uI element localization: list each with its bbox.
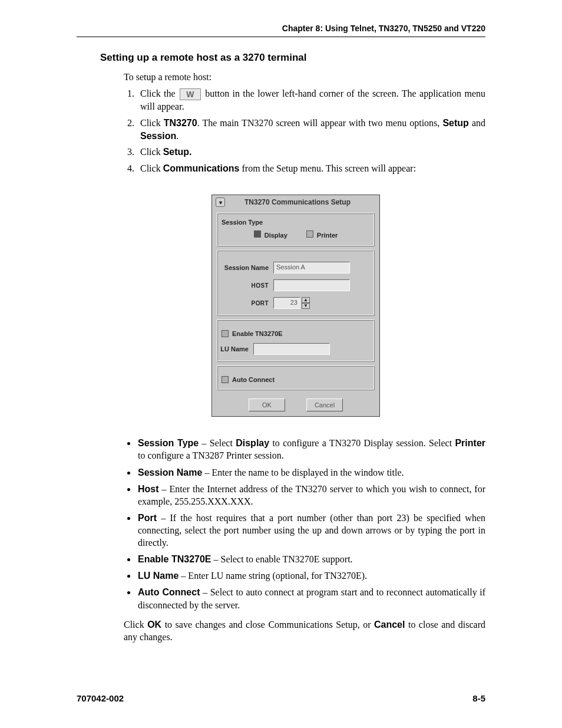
desc-host: Host – Enter the Internet address of the… — [137, 483, 485, 508]
connection-group: Session Name Session A HOST PORT 23 ▲ ▼ — [217, 250, 375, 316]
lu-name-row: LU Name — [211, 343, 370, 355]
host-label: HOST — [222, 282, 273, 289]
spinner-up-icon[interactable]: ▲ — [302, 297, 310, 303]
system-menu-icon[interactable]: ▾ — [216, 197, 225, 207]
dialog-titlebar: ▾ TN3270 Communications Setup — [212, 195, 379, 210]
desc-enable-tn3270e: Enable TN3270E – Select to enable TN3270… — [137, 553, 485, 565]
checkbox-icon — [222, 330, 229, 337]
lu-name-label: LU Name — [211, 345, 253, 353]
session-type-label: Session Type — [222, 219, 370, 226]
page-footer: 707042-002 8-5 — [77, 693, 485, 703]
chapter-title: Chapter 8: Using Telnet, TN3270, TN5250 … — [282, 24, 485, 33]
comm-setup-dialog: ▾ TN3270 Communications Setup Session Ty… — [211, 195, 380, 417]
desc-session-name: Session Name – Enter the name to be disp… — [137, 466, 485, 479]
ok-button[interactable]: OK — [249, 398, 285, 411]
desc-session-type: Session Type – Select Display to configu… — [137, 437, 485, 462]
session-label: Session — [140, 131, 176, 141]
dialog-buttons: OK Cancel — [212, 398, 379, 411]
step-4: Click Communications from the Setup menu… — [137, 162, 485, 175]
port-input[interactable]: 23 — [273, 297, 300, 309]
radio-icon — [306, 230, 313, 238]
step-1: Click the W button in the lower left-han… — [137, 87, 485, 113]
page-content: Setting up a remote host as a 3270 termi… — [106, 52, 485, 644]
host-row: HOST — [222, 279, 370, 291]
dialog-title: TN3270 Communications Setup — [229, 198, 366, 206]
desc-auto-connect: Auto Connect – Select to auto connect at… — [137, 586, 485, 611]
session-name-row: Session Name Session A — [222, 262, 370, 274]
enable-tn3270e-label: Enable TN3270E — [232, 330, 283, 337]
port-label: PORT — [222, 300, 273, 307]
checkbox-icon — [222, 376, 229, 383]
desc-lu-name: LU Name – Enter LU name string (optional… — [137, 569, 485, 582]
doc-number: 707042-002 — [77, 693, 124, 703]
setup-click: Setup. — [163, 147, 192, 157]
session-name-label: Session Name — [222, 264, 273, 271]
step1-pre: Click the — [140, 88, 178, 98]
auto-connect-label: Auto Connect — [232, 376, 275, 383]
desc-port: Port – If the host requires that a port … — [137, 512, 485, 549]
auto-connect-row[interactable]: Auto Connect — [222, 376, 370, 383]
steps-list: Click the W button in the lower left-han… — [124, 87, 485, 174]
communications-label: Communications — [163, 163, 240, 173]
session-type-group: Session Type Display Printer — [217, 213, 375, 246]
page-number: 8-5 — [472, 693, 485, 703]
printer-option[interactable]: Printer — [306, 230, 338, 239]
page-header: Chapter 8: Using Telnet, TN3270, TN5250 … — [77, 24, 485, 37]
setup-label: Setup — [442, 118, 468, 128]
closing-paragraph: Click OK to save changes and close Commu… — [124, 618, 485, 644]
port-row: PORT 23 ▲ ▼ — [222, 297, 370, 309]
cancel-button[interactable]: Cancel — [306, 398, 343, 411]
port-spinner[interactable]: ▲ ▼ — [302, 297, 310, 309]
intro-text: To setup a remote host: — [124, 72, 485, 83]
radio-icon — [254, 230, 261, 238]
spinner-down-icon[interactable]: ▼ — [302, 303, 310, 309]
dialog-figure: ▾ TN3270 Communications Setup Session Ty… — [106, 195, 485, 417]
tn3270e-group: Enable TN3270E LU Name — [217, 319, 375, 362]
host-input[interactable] — [273, 279, 350, 291]
autoconnect-group: Auto Connect — [217, 365, 375, 390]
session-type-options: Display Printer — [222, 230, 370, 239]
enable-tn3270e-row[interactable]: Enable TN3270E — [222, 330, 370, 337]
step-3: Click Setup. — [137, 146, 485, 159]
step-2: Click TN3270. The main TN3270 screen wil… — [137, 117, 485, 142]
tn3270-label: TN3270 — [164, 118, 197, 128]
field-descriptions: Session Type – Select Display to configu… — [124, 437, 485, 611]
ok-ref: OK — [147, 620, 161, 630]
section-heading: Setting up a remote host as a 3270 termi… — [100, 52, 485, 64]
cancel-ref: Cancel — [374, 620, 405, 630]
session-name-input[interactable]: Session A — [273, 262, 350, 274]
display-option[interactable]: Display — [254, 230, 287, 239]
lu-name-input[interactable] — [253, 343, 330, 355]
app-menu-icon: W — [180, 88, 201, 100]
